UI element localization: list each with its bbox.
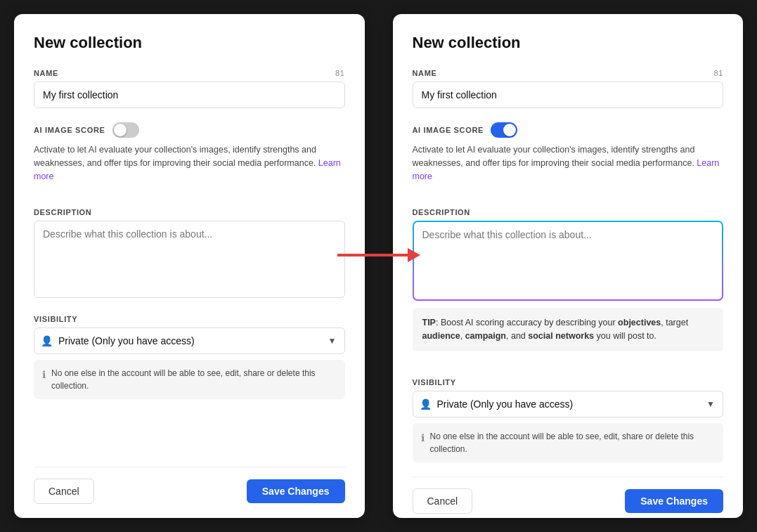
right-ai-description: Activate to let AI evaluate your collect… (413, 143, 724, 183)
right-visibility-select[interactable]: Private (Only you have access) (413, 391, 724, 417)
left-ai-score-group: AI IMAGE SCORE Activate to let AI evalua… (34, 122, 345, 194)
right-panel-footer: Cancel Save Changes (413, 476, 724, 528)
tip-end: you will post to. (594, 331, 656, 341)
right-description-border (413, 221, 724, 301)
right-ai-toggle-row: AI IMAGE SCORE (413, 122, 724, 138)
tip-objectives: objectives (618, 318, 661, 327)
right-panel: New collection NAME 81 AI IMAGE SCORE Ac… (393, 14, 744, 518)
left-visibility-select[interactable]: Private (Only you have access) (34, 327, 345, 354)
tip-audience: audience (422, 331, 460, 341)
right-person-icon: 👤 (420, 398, 432, 410)
left-name-field-group: NAME 81 (34, 69, 345, 108)
arrow-head (408, 248, 420, 262)
tip-social: social networks (528, 331, 594, 341)
left-description-textarea[interactable] (34, 221, 345, 298)
right-description-label: DESCRIPTION (413, 208, 724, 216)
right-name-field-group: NAME 81 (413, 69, 724, 108)
tip-and: , and (506, 331, 528, 341)
left-panel-title: New collection (34, 34, 345, 52)
left-visibility-group: VISIBILITY 👤 Private (Only you have acce… (34, 315, 345, 399)
left-panel: New collection NAME 81 AI IMAGE SCORE Ac… (14, 14, 365, 518)
left-panel-footer: Cancel Save Changes (34, 467, 345, 518)
right-save-button[interactable]: Save Changes (625, 489, 723, 513)
right-cancel-button[interactable]: Cancel (413, 488, 473, 514)
left-name-label: NAME 81 (34, 69, 345, 77)
right-visibility-label: VISIBILITY (413, 378, 724, 387)
left-person-icon: 👤 (41, 335, 53, 346)
left-toggle-knob (114, 124, 127, 136)
left-description-label: DESCRIPTION (34, 208, 345, 216)
tip-campaign: campaign (465, 331, 506, 341)
left-description-group: DESCRIPTION (34, 208, 345, 301)
left-ai-description: Activate to let AI evaluate your collect… (34, 143, 345, 183)
arrow-container (337, 248, 420, 262)
left-info-icon: ℹ (42, 368, 46, 382)
right-info-icon: ℹ (421, 431, 425, 446)
right-char-count: 81 (713, 69, 723, 77)
right-panel-title: New collection (413, 34, 724, 52)
left-visibility-label: VISIBILITY (34, 315, 345, 323)
right-visibility-group: VISIBILITY 👤 Private (Only you have acce… (413, 378, 724, 462)
left-char-count: 81 (335, 69, 345, 77)
left-ai-toggle-row: AI IMAGE SCORE (34, 122, 345, 138)
right-ai-toggle[interactable] (491, 122, 517, 138)
right-description-inner (414, 222, 723, 299)
tip-text: : Boost AI scoring accuracy by describin… (436, 318, 618, 327)
right-info-box: ℹ No one else in the account will be abl… (413, 423, 724, 462)
right-ai-score-group: AI IMAGE SCORE Activate to let AI evalua… (413, 122, 724, 194)
left-select-wrapper: 👤 Private (Only you have access) ▼ (34, 327, 345, 354)
right-name-label: NAME 81 (413, 69, 724, 77)
left-save-button[interactable]: Save Changes (247, 479, 345, 503)
right-ai-score-label: AI IMAGE SCORE (413, 126, 484, 134)
right-description-textarea[interactable] (414, 222, 723, 299)
left-cancel-button[interactable]: Cancel (34, 479, 94, 504)
left-ai-score-label: AI IMAGE SCORE (34, 126, 105, 134)
left-info-box: ℹ No one else in the account will be abl… (34, 360, 345, 399)
left-ai-toggle[interactable] (112, 122, 139, 138)
right-description-group: DESCRIPTION TIP: Boost AI scoring accura… (413, 208, 724, 364)
right-name-input[interactable] (413, 82, 724, 108)
tip-comma: , (460, 331, 465, 341)
tip-prefix: TIP (422, 318, 436, 327)
right-tip-box: TIP: Boost AI scoring accuracy by descri… (413, 308, 724, 351)
right-select-wrapper: 👤 Private (Only you have access) ▼ (413, 391, 724, 417)
tip-middle: , target (661, 318, 688, 327)
arrow-line (337, 254, 408, 257)
left-name-input[interactable] (34, 82, 345, 108)
right-toggle-knob (503, 124, 516, 136)
